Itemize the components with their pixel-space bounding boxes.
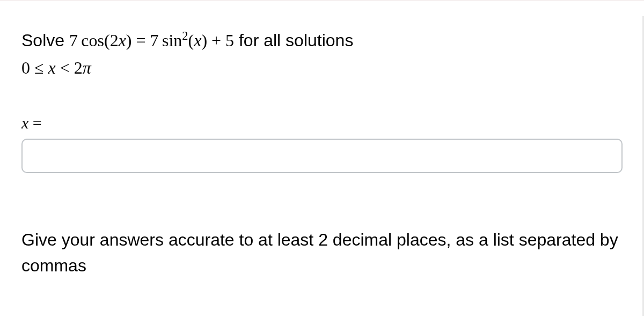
domain-range: 0 ≤ x < 2π: [21, 58, 91, 77]
input-container: [21, 139, 623, 173]
top-divider: [0, 0, 644, 1]
problem-statement: Solve 7 cos(2x) = 7 sin2(x) + 5 for all …: [21, 27, 623, 82]
solve-label: Solve: [21, 31, 69, 50]
answer-row: x =: [21, 114, 623, 132]
for-all-label: for all solutions: [234, 31, 353, 50]
equation: 7 cos(2x) = 7 sin2(x) + 5: [69, 31, 234, 50]
instructions: Give your answers accurate to at least 2…: [21, 227, 623, 278]
answer-label: x =: [21, 114, 42, 132]
answer-input[interactable]: [21, 139, 623, 173]
